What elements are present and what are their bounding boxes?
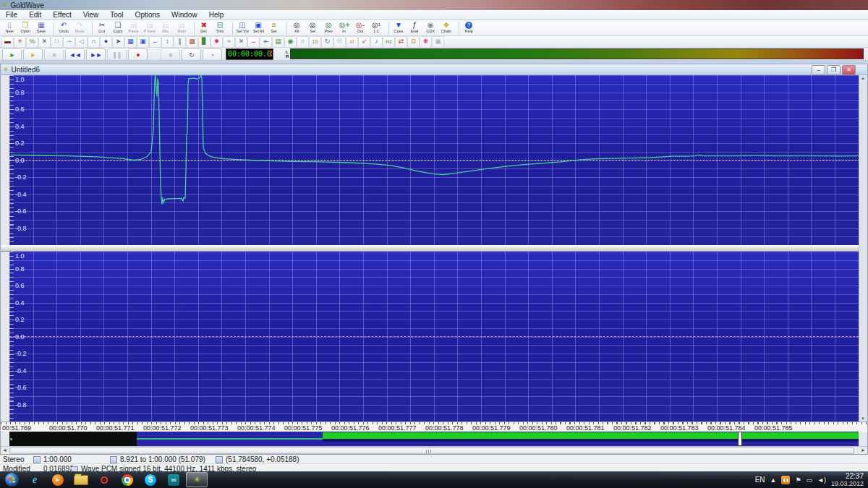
effect-tool-button-5[interactable]: ∷	[51, 36, 63, 48]
sel-all-button[interactable]: ▣Sel All	[250, 20, 266, 36]
menu-item-tool[interactable]: Tool	[104, 10, 129, 20]
all-button[interactable]: ◎All	[289, 20, 305, 36]
arduino-icon[interactable]: ∞	[163, 472, 184, 487]
effect-tool-button-13[interactable]: ←	[149, 36, 161, 48]
effect-tool-button-16[interactable]: ▩	[186, 36, 198, 48]
effect-tool-button-19[interactable]: ≈	[223, 36, 235, 48]
menu-item-options[interactable]: Options	[129, 10, 166, 20]
fast-forward-button[interactable]: ►►	[86, 48, 106, 61]
window-mode-button[interactable]: ▫	[203, 48, 222, 61]
scroll-left-icon[interactable]: ◄	[2, 448, 7, 453]
effect-tool-button-6[interactable]: ∼	[63, 36, 75, 48]
effect-tool-button-4[interactable]: ✕	[38, 36, 51, 48]
effect-tool-button-17[interactable]: ▊	[198, 36, 210, 48]
prev-button[interactable]: ◎Prev	[320, 20, 336, 36]
windows-explorer-icon[interactable]	[70, 472, 92, 487]
horizontal-scrollbar-thumb[interactable]	[9, 448, 854, 454]
network-icon[interactable]: ▭	[807, 476, 813, 484]
effect-tool-button-29[interactable]: o!	[346, 36, 358, 48]
effect-tool-button-26[interactable]: 10	[309, 36, 321, 48]
effect-tool-button-33[interactable]: ⇄	[395, 36, 407, 48]
scroll-down-icon[interactable]: ▼	[861, 416, 865, 421]
eval-button[interactable]: ƒEval	[407, 20, 422, 36]
effect-tool-button-31[interactable]: ♪	[370, 36, 383, 48]
effect-tool-button-30[interactable]: ➶	[358, 36, 370, 48]
waveform-left-channel[interactable]: 1.00.80.60.40.20.0-0.2-0.4-0.6-0.8	[9, 75, 859, 245]
chain-button[interactable]: ❖Chain	[438, 20, 454, 36]
scroll-right-icon[interactable]: ►	[861, 448, 866, 453]
effect-tool-button-36[interactable]: ▣	[432, 36, 444, 48]
taskbar-clock[interactable]: 22:37 19.03.2012	[831, 472, 864, 488]
cut-button[interactable]: ✂Cut	[94, 20, 110, 36]
opera-icon[interactable]: O	[93, 472, 115, 487]
doc-restore-button[interactable]: ❐	[827, 65, 841, 75]
skype-icon[interactable]: S	[140, 472, 161, 487]
effect-tool-button-35[interactable]: ❋	[420, 36, 432, 48]
out-button[interactable]: ◎-Out	[352, 20, 368, 36]
action-center-icon[interactable]: ⚑	[795, 476, 801, 484]
effect-tool-button-22[interactable]: ↞	[260, 36, 272, 48]
start-button[interactable]	[1, 472, 22, 487]
effect-tool-button-28[interactable]: ☉	[333, 36, 346, 48]
doc-minimize-button[interactable]: –	[812, 65, 825, 75]
scroll-up-icon[interactable]: ▲	[861, 76, 865, 80]
tray-app-icon[interactable]: ❚❚	[781, 476, 790, 484]
cdx-button[interactable]: ◉CDX	[422, 20, 438, 36]
in-button[interactable]: ◎+In	[336, 20, 352, 36]
effect-tool-button-21[interactable]: ↔	[247, 36, 260, 48]
effect-tool-button-14[interactable]: ↕	[161, 36, 174, 48]
file-overview-bar[interactable]	[9, 432, 859, 446]
effect-tool-button-2[interactable]: ✳	[14, 36, 26, 48]
rewind-button[interactable]: ◄◄	[65, 48, 85, 61]
play-special-button[interactable]: ►	[23, 48, 43, 61]
effect-tool-button-34[interactable]: Ω	[407, 36, 420, 48]
effect-tool-button-1[interactable]: ▬	[1, 36, 14, 48]
effect-tool-button-25[interactable]: ○	[297, 36, 309, 48]
effect-tool-button-20[interactable]: ✕	[235, 36, 247, 48]
cues-button[interactable]: ▼Cues	[391, 20, 407, 36]
effect-tool-button-7[interactable]: ◁	[75, 36, 88, 48]
effect-tool-button-18[interactable]: ✹	[210, 36, 223, 48]
sel-button[interactable]: ◎Sel	[305, 20, 320, 36]
effect-tool-button-27[interactable]: ↻	[321, 36, 333, 48]
channel-divider[interactable]	[1, 245, 867, 252]
effect-tool-button-9[interactable]: ●	[100, 36, 112, 48]
save-button[interactable]: ▦Save	[33, 20, 49, 36]
waveform-right-channel[interactable]: 1.00.80.60.40.20.0-0.2-0.4-0.6-0.8	[9, 252, 859, 421]
effect-tool-button-11[interactable]: ▦	[124, 36, 137, 48]
1-1-button[interactable]: ◎¹1:1	[368, 20, 384, 36]
effect-tool-button-12[interactable]: ▣	[137, 36, 149, 48]
trim-button[interactable]: ⊟Trim	[212, 20, 228, 36]
menu-item-help[interactable]: Help	[203, 10, 230, 20]
menu-item-edit[interactable]: Edit	[23, 10, 47, 20]
effect-tool-button-15[interactable]: ∥	[174, 36, 186, 48]
language-indicator[interactable]: EN	[755, 476, 765, 484]
loop-mode-button[interactable]: ↻	[182, 48, 201, 61]
record-button[interactable]: ●	[128, 48, 148, 61]
tray-expand-icon[interactable]: ▲	[770, 476, 777, 484]
chrome-icon[interactable]	[116, 472, 138, 487]
set-button[interactable]: ≡Set	[266, 20, 282, 36]
effect-tool-button-32[interactable]: Hz	[383, 36, 395, 48]
menu-item-view[interactable]: View	[77, 10, 105, 20]
effect-tool-button-24[interactable]: ◉	[284, 36, 297, 48]
document-titlebar[interactable]: ✳ Untitled6 – ❐ ✕	[1, 64, 867, 75]
help-button[interactable]: ?Help	[461, 20, 477, 36]
menu-item-effect[interactable]: Effect	[47, 10, 77, 20]
new-button[interactable]: ▯New	[1, 20, 17, 36]
goldwave-taskbar-button[interactable]: ✳	[186, 472, 208, 487]
menu-item-window[interactable]: Window	[166, 10, 203, 20]
effect-tool-button-8[interactable]: ∩	[88, 36, 100, 48]
overview-view-marker[interactable]	[738, 432, 742, 446]
menu-item-file[interactable]: File	[0, 10, 23, 20]
volume-icon[interactable]: ◄)	[817, 476, 826, 484]
del-button[interactable]: ✖Del	[196, 20, 212, 36]
sel-vw-button[interactable]: ◫Sel Vw	[234, 20, 250, 36]
media-player-icon[interactable]: ►	[47, 472, 69, 487]
effect-tool-button-23[interactable]: ▤	[272, 36, 284, 48]
internet-explorer-icon[interactable]: e	[24, 472, 46, 487]
vertical-scrollbar[interactable]: ▲ ▼	[859, 75, 867, 421]
play-button[interactable]: ►	[2, 48, 22, 61]
undo-button[interactable]: ↶Undo	[56, 20, 72, 36]
copy-button[interactable]: ❏Copy	[110, 20, 126, 36]
